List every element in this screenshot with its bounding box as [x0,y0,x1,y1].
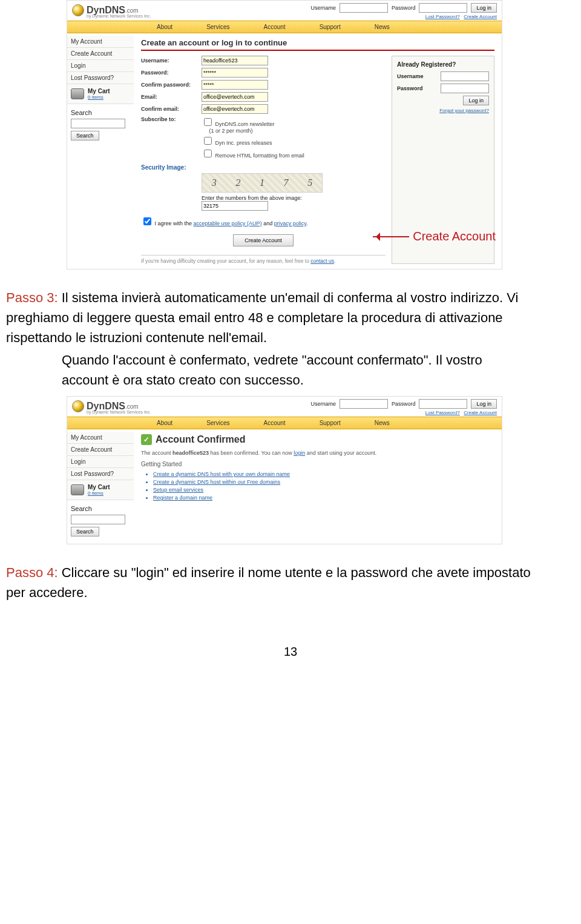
signup-form: Username: Password: Confirm password: [141,56,386,264]
sidebar-login[interactable]: Login [67,60,134,72]
page-title: Create an account or log in to continue [141,38,494,51]
logo-subtitle: by Dynamic Network Services Inc. [87,14,151,18]
aup-link[interactable]: acceptable use policy (AUP) [194,220,262,226]
contact-us-link[interactable]: contact us [310,258,334,264]
step3-text: Passo 3: Il sistema invierà automaticame… [0,276,581,396]
header-login-button[interactable]: Log in [471,3,497,13]
username-label: Username: [141,58,202,64]
create-account-link[interactable]: Create Account [464,14,497,19]
search-title2: Search [71,505,130,512]
header2-username-input[interactable] [340,399,388,409]
nav-support[interactable]: Support [303,21,358,33]
subscribe-nohtml-checkbox[interactable] [204,150,212,157]
privacy-link[interactable]: privacy policy [274,220,306,226]
getting-started-label: Getting Started [141,461,494,467]
sidebar2-search: Search Search [67,500,134,541]
captcha-image: 3 2 1 7 5 [202,173,323,193]
captcha-instruction: Enter the numbers from the above image: [202,195,386,201]
conf-pre: The account [141,450,172,456]
email-input[interactable] [202,92,268,102]
cart-count2: 0 items [88,490,110,496]
main-content2: ✓ Account Confirmed The account headoffi… [134,429,502,544]
bullet-own-domain[interactable]: Create a dynamic DNS host with your own … [153,471,494,477]
bullet-free-domains[interactable]: Create a dynamic DNS host within our Fre… [153,479,494,485]
logo-suffix2: .com [125,403,139,410]
subscribe-press-checkbox[interactable] [204,137,212,145]
sidebar2-cart[interactable]: My Cart 0 items [67,480,134,500]
logo-icon2 [72,400,84,412]
logo-icon [72,4,84,16]
nav2-support[interactable]: Support [303,417,358,429]
confirm-email-input[interactable] [202,104,268,114]
search-button2[interactable]: Search [71,527,99,536]
lost-password-link[interactable]: Lost Password? [425,14,460,19]
header2-login-button[interactable]: Log in [471,399,497,409]
sidebar-lost-password[interactable]: Lost Password? [67,72,134,84]
header-username-label: Username [310,5,336,11]
sidebar-create-account[interactable]: Create Account [67,48,134,60]
sidebar2-create-account[interactable]: Create Account [67,444,134,456]
step3-label: Passo 3: [6,290,58,305]
captcha-d2: 2 [235,177,240,188]
sidebar-search: Search Search [67,104,134,145]
nav2-account[interactable]: Account [247,417,303,429]
captcha-d5: 5 [307,177,312,188]
nav-about[interactable]: About [140,21,189,33]
password-input[interactable] [202,68,268,78]
cart-text: My Cart 0 items [88,88,110,100]
sidebar2: My Account Create Account Login Lost Pas… [67,429,134,544]
loginbox-login-button[interactable]: Log in [463,96,489,105]
confirm-email-label: Confirm email: [141,106,202,112]
logo-block2: DynDNS.com by Dynamic Network Services I… [72,400,151,414]
create-account-button[interactable]: Create Account [233,234,294,246]
email-label: Email: [141,94,202,100]
confirm-password-input[interactable] [202,80,268,90]
agree-checkbox[interactable] [143,217,151,225]
loginbox-username-label: Username [397,73,424,79]
sidebar2-my-account[interactable]: My Account [67,432,134,444]
sidebar-cart[interactable]: My Cart 0 items [67,84,134,104]
search-input2[interactable] [71,515,125,524]
nav2-about[interactable]: About [140,417,189,429]
lost-password-link2[interactable]: Lost Password? [425,410,460,415]
header-login-row: Username Password Log in [310,3,497,13]
create-account-link2[interactable]: Create Account [464,410,497,415]
username-input[interactable] [202,56,268,65]
loginbox-forgot-link[interactable]: Forgot your password? [397,108,489,113]
create-row: Create Account [141,234,386,246]
captcha-d1: 3 [212,177,217,188]
nav2-news[interactable]: News [358,417,407,429]
header-username-input[interactable] [340,3,388,13]
bullet-register-domain[interactable]: Register a domain name [153,495,494,501]
header-password-input[interactable] [419,3,467,13]
bullet-email-services[interactable]: Setup email services [153,487,494,493]
nav-news[interactable]: News [358,21,407,33]
step4-text: Passo 4: Cliccare su "login" ed inserire… [0,550,581,609]
loginbox-username-input[interactable] [441,71,489,81]
annotation-text: Create Account [413,229,496,243]
footer-post: . [334,258,335,264]
header2-password-input[interactable] [419,399,467,409]
sidebar-my-account[interactable]: My Account [67,36,134,48]
nav2-services[interactable]: Services [189,417,246,429]
subscribe-newsletter-checkbox[interactable] [204,118,212,126]
login-link[interactable]: login [294,450,305,456]
main-content: Create an account or log in to continue … [134,33,502,269]
arrow-icon [373,236,409,237]
sidebar: My Account Create Account Login Lost Pas… [67,33,134,269]
search-input[interactable] [71,119,125,128]
confirmed-title: ✓ Account Confirmed [141,434,494,445]
sidebar2-lost-password[interactable]: Lost Password? [67,468,134,480]
body: My Account Create Account Login Lost Pas… [67,33,502,269]
getting-started-list: Create a dynamic DNS host with your own … [153,471,494,501]
search-button[interactable]: Search [71,131,99,140]
nav-account[interactable]: Account [247,21,303,33]
captcha-d3: 1 [260,177,264,188]
sidebar2-login[interactable]: Login [67,456,134,468]
nav-services[interactable]: Services [189,21,246,33]
conf-post: and start using your account. [305,450,376,456]
loginbox-password-input[interactable] [441,84,489,93]
subscribe-opt3: Remove HTML formatting from email [215,153,304,159]
header-small-links: Lost Password? Create Account [425,14,497,19]
captcha-input[interactable] [202,201,268,211]
